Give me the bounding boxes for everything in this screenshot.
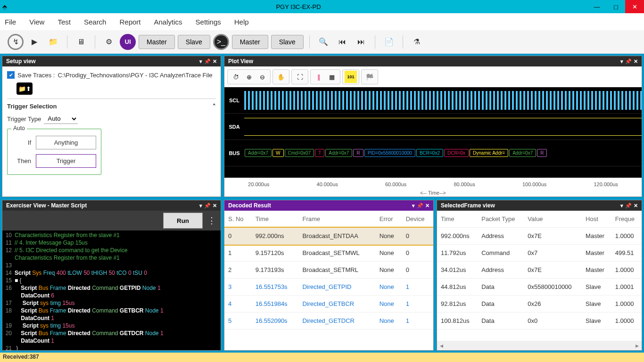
close-icon[interactable]: ✕: [634, 58, 638, 65]
dropdown-icon[interactable]: ▾: [412, 203, 415, 209]
plugin-icon[interactable]: ⚗: [409, 34, 425, 50]
minimize-button[interactable]: —: [587, 0, 606, 13]
pan-icon[interactable]: ✋: [275, 71, 287, 83]
menu-test[interactable]: Test: [58, 18, 71, 26]
table-row[interactable]: 100.812usData0x0Slave1.0000: [437, 313, 642, 329]
then-action-button[interactable]: Trigger: [36, 154, 96, 168]
time-tick: 80.000us: [454, 181, 475, 187]
export-icon[interactable]: 🏁: [363, 71, 376, 83]
column-header[interactable]: Error: [376, 211, 402, 228]
master-toggle-1[interactable]: Master: [139, 35, 175, 49]
pin-icon[interactable]: 📌: [625, 203, 632, 209]
table-row[interactable]: 11.792usCommand0x7Master499.51: [437, 245, 642, 262]
script-line: 11// 4. Inter Message Gap 15us: [2, 239, 221, 247]
bus-segment: Cmd=0x07: [285, 149, 314, 157]
run-button[interactable]: Run: [163, 213, 203, 229]
table-row[interactable]: 0992.000nsBroadcast_ENTDAANone0: [224, 228, 433, 245]
menu-settings[interactable]: Settings: [196, 18, 221, 26]
table-row[interactable]: 416.551984sDirected_GETBCRNone1: [224, 296, 433, 313]
table-row[interactable]: 316.551753sDirected_GETPIDNone1: [224, 279, 433, 296]
column-header[interactable]: Host: [582, 211, 611, 228]
close-icon[interactable]: ✕: [213, 58, 217, 65]
folder-icon[interactable]: 📁: [45, 34, 61, 50]
slave-toggle-1[interactable]: Slave: [178, 35, 210, 49]
prev-icon[interactable]: ⏮: [334, 34, 350, 50]
scroll-right-icon[interactable]: ▸: [636, 342, 639, 349]
pin-icon[interactable]: 📌: [625, 58, 632, 65]
table-row[interactable]: 516.552090sDirected_GETDCRNone1: [224, 313, 433, 329]
script-line: DataCount 6: [2, 292, 221, 299]
dropdown-icon[interactable]: ▾: [199, 203, 202, 209]
slave-toggle-2[interactable]: Slave: [271, 35, 304, 49]
table-row[interactable]: 44.812usData0x55800010000Slave1.0001: [437, 279, 642, 296]
panel-header: Plot View ▾ 📌 ✕: [224, 56, 642, 66]
menu-search[interactable]: Search: [84, 18, 107, 26]
column-header[interactable]: Freque: [611, 211, 642, 228]
script-line: 17 Script sys timg 15us: [2, 299, 221, 307]
ui-badge[interactable]: UI: [120, 34, 136, 50]
maximize-button[interactable]: ◻: [606, 0, 625, 13]
stopwatch-icon[interactable]: ⏱: [230, 71, 242, 83]
scroll-left-icon[interactable]: ◂: [440, 342, 443, 349]
column-header[interactable]: Frame: [298, 211, 375, 228]
capture-icon[interactable]: ↯: [8, 34, 24, 50]
close-icon[interactable]: ✕: [425, 203, 429, 209]
pin-icon[interactable]: 📌: [204, 203, 211, 209]
column-header[interactable]: Value: [524, 211, 582, 228]
collapse-icon[interactable]: ˄: [213, 103, 216, 110]
close-button[interactable]: ✕: [625, 0, 644, 13]
menu-help[interactable]: Help: [234, 18, 249, 26]
digital-icon[interactable]: 101: [345, 71, 357, 83]
menu-file[interactable]: File: [5, 18, 16, 26]
column-header[interactable]: Device: [402, 211, 433, 228]
upload-folder-button[interactable]: 📁⬆: [17, 82, 33, 95]
dropdown-icon[interactable]: ▾: [199, 58, 202, 65]
script-line: 16 Script Bus Frame Directed Command GET…: [2, 284, 221, 292]
divider: [95, 35, 95, 49]
plot-canvas[interactable]: SCL SDA BUS Addr=0x7WCmd=0x07TAddr=0x7RP…: [224, 87, 642, 178]
master-toggle-2[interactable]: Master: [232, 35, 268, 49]
table-row[interactable]: 19.157120sBroadcast_SETMWLNone0: [224, 245, 433, 262]
time-axis-label: <-- Time-->: [420, 190, 446, 196]
cursor-icon[interactable]: ‖: [313, 71, 325, 83]
trigger-type-select[interactable]: Auto: [44, 114, 78, 124]
next-icon[interactable]: ⏭: [353, 34, 369, 50]
script-line: 18 Script Bus Frame Directed Command GET…: [2, 307, 221, 314]
fit-icon[interactable]: ⛶: [294, 71, 306, 83]
menu-view[interactable]: View: [29, 18, 44, 26]
pin-icon[interactable]: 📌: [417, 203, 423, 209]
script-line: Characteristics Register from the slave …: [2, 254, 221, 262]
grid-icon[interactable]: ▦: [326, 71, 338, 83]
close-icon[interactable]: ✕: [213, 203, 217, 209]
play-icon[interactable]: ▶: [26, 34, 42, 50]
bus-segment: Addr=0x7: [245, 149, 272, 157]
script-editor[interactable]: 10Characteristics Register from the slav…: [2, 230, 221, 350]
console-icon[interactable]: >_: [213, 34, 229, 50]
zoom-out-icon[interactable]: ⊖: [256, 71, 268, 83]
pin-icon[interactable]: 📌: [204, 58, 211, 65]
more-icon[interactable]: ⋮: [205, 213, 219, 229]
table-row[interactable]: 29.173193sBroadcast_SETMRLNone0: [224, 262, 433, 279]
settings-icon[interactable]: ⚙: [101, 34, 117, 50]
close-icon[interactable]: ✕: [634, 203, 638, 209]
column-header[interactable]: Time: [252, 211, 299, 228]
table-row[interactable]: 34.012usAddress0x7EMaster1.0000: [437, 262, 642, 279]
dropdown-icon[interactable]: ▾: [620, 203, 623, 209]
statusbar: Received:387: [0, 353, 644, 362]
document-icon[interactable]: 📄: [381, 34, 397, 50]
column-header[interactable]: Time: [437, 211, 478, 228]
menu-analytics[interactable]: Analytics: [154, 18, 182, 26]
if-condition-button[interactable]: Anything: [36, 136, 96, 149]
zoom-in-icon[interactable]: ⊕: [243, 71, 255, 83]
device-icon[interactable]: 🖥: [73, 34, 89, 50]
search-icon[interactable]: 🔍: [315, 34, 331, 50]
dropdown-icon[interactable]: ▾: [620, 58, 623, 65]
table-row[interactable]: 992.000nsAddress0x7EMaster1.0000: [437, 228, 642, 245]
time-tick: 20.000us: [248, 181, 269, 187]
table-row[interactable]: 92.812usData0x26Slave1.0000: [437, 296, 642, 313]
divider: [375, 35, 375, 49]
menu-report[interactable]: Report: [119, 18, 140, 26]
column-header[interactable]: S. No: [224, 211, 252, 228]
save-traces-checkbox[interactable]: ✔: [7, 71, 15, 79]
column-header[interactable]: Packet Type: [478, 211, 524, 228]
